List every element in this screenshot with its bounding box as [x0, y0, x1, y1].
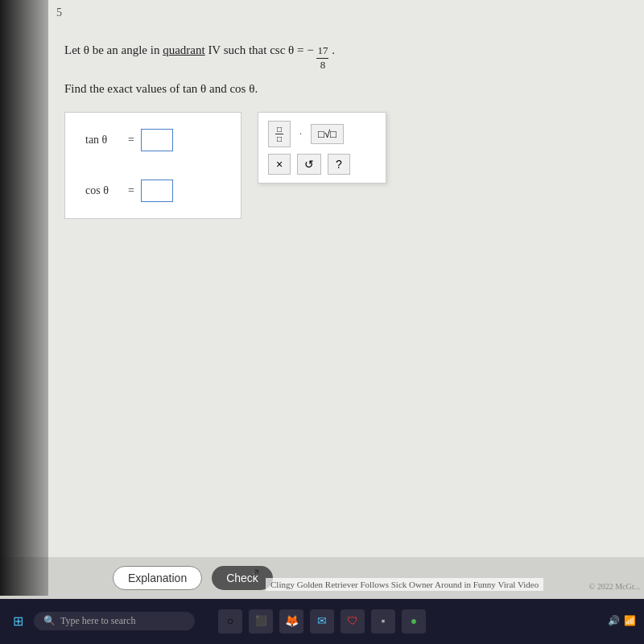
- toolbar-row-1: □ □ · □√□: [268, 121, 376, 147]
- taskbar-icon-7[interactable]: ●: [402, 609, 426, 634]
- taskbar-center-icons: ○ ⬛ 🦊 ✉ 🛡 ▪ ●: [218, 609, 426, 634]
- copyright-text: © 2022 McGr...: [589, 582, 640, 591]
- fraction: 17 8: [316, 44, 328, 72]
- explanation-button[interactable]: Explanation: [113, 566, 202, 590]
- taskbar-icon-3[interactable]: 🦊: [279, 609, 303, 634]
- tan-label: tan θ: [85, 134, 122, 147]
- search-bar[interactable]: 🔍 Type here to search: [34, 612, 195, 630]
- step-indicator: 5: [56, 6, 62, 19]
- app-icon-6: ▪: [382, 615, 386, 628]
- cos-input[interactable]: [141, 180, 173, 202]
- search-placeholder-text: Type here to search: [60, 615, 135, 627]
- math-toolbar: □ □ · □√□ × ↺: [258, 112, 386, 184]
- problem-line1: Let θ be an angle in quadrant IV such th…: [64, 40, 596, 72]
- app-icon-7: ●: [411, 615, 417, 628]
- cos-row: cos θ =: [85, 180, 221, 202]
- help-button[interactable]: ?: [328, 154, 350, 175]
- news-ticker: Clingy Golden Retriever Follows Sick Own…: [266, 578, 543, 591]
- math-page: 5 Let θ be an angle in quadrant IV such …: [0, 0, 644, 557]
- taskbar-icon-1[interactable]: ○: [218, 609, 242, 634]
- cursor-arrow: ↗: [250, 565, 260, 580]
- quadrant-text: quadrant: [163, 43, 204, 56]
- circle-icon-1: ○: [227, 615, 233, 628]
- windows-logo-icon: ⊞: [13, 613, 23, 629]
- tan-input[interactable]: [141, 129, 173, 151]
- tan-equals: =: [128, 134, 134, 147]
- taskbar-icon-4[interactable]: ✉: [310, 609, 334, 634]
- multiply-button[interactable]: ×: [268, 154, 291, 175]
- check-button[interactable]: Check: [212, 566, 273, 590]
- taskbar: ⊞ 🔍 Type here to search ○ ⬛ 🦊 ✉ 🛡 ▪: [0, 599, 644, 644]
- problem-container: Let θ be an angle in quadrant IV such th…: [64, 40, 596, 96]
- content-area: 5 Let θ be an angle in quadrant IV such …: [0, 0, 644, 557]
- problem-line2: Find the exact values of tan θ and cos θ…: [64, 82, 596, 96]
- cos-equals: =: [128, 184, 134, 197]
- taskbar-icon-5[interactable]: 🛡: [341, 609, 365, 634]
- start-button[interactable]: ⊞: [6, 610, 29, 633]
- shield-icon: 🛡: [347, 615, 358, 628]
- desktop-icon: ⬛: [255, 615, 267, 627]
- taskbar-system-icons: 🔊 📶: [608, 615, 636, 627]
- toolbar-row-2: × ↺ ?: [268, 154, 376, 175]
- taskbar-icon-2[interactable]: ⬛: [249, 609, 273, 634]
- system-icon-2: 📶: [624, 615, 636, 627]
- left-shadow: [0, 0, 48, 596]
- cos-label: cos θ: [85, 184, 122, 197]
- screen: 5 Let θ be an angle in quadrant IV such …: [0, 0, 644, 644]
- input-panel: tan θ = cos θ =: [64, 112, 242, 219]
- toolbar-separator: ·: [297, 128, 304, 140]
- system-icon-1: 🔊: [608, 615, 620, 627]
- browser-icon: 🦊: [285, 614, 299, 628]
- tan-row: tan θ =: [85, 129, 221, 151]
- search-icon: 🔍: [43, 615, 56, 627]
- fraction-button[interactable]: □ □: [268, 121, 291, 147]
- undo-button[interactable]: ↺: [297, 154, 321, 175]
- mail-icon: ✉: [317, 614, 327, 628]
- bottom-bar: Explanation Check ↗ Clingy Golden Retrie…: [0, 557, 644, 598]
- roman-numeral: IV: [208, 43, 221, 56]
- answer-section: tan θ = cos θ = □: [64, 112, 596, 219]
- sqrt-button[interactable]: □√□: [311, 124, 344, 144]
- taskbar-icon-6[interactable]: ▪: [371, 609, 395, 634]
